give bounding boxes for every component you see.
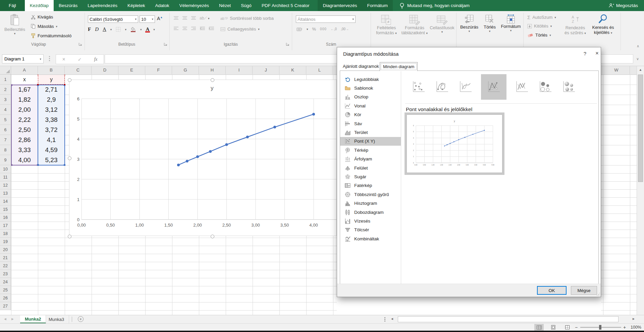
row-header-15[interactable]: 15 <box>0 205 11 214</box>
row-header-24[interactable]: 24 <box>0 278 11 286</box>
column-header-g[interactable]: G <box>172 66 199 74</box>
chart-category-s-v[interactable]: Sáv <box>340 119 401 128</box>
chart-category-fel-let[interactable]: Felület <box>340 163 401 172</box>
row-header-18[interactable]: 18 <box>0 230 11 238</box>
chart-category-k-r[interactable]: Kör <box>340 110 401 119</box>
subtype-scatter-smooth-markers[interactable] <box>434 79 450 95</box>
row-header-9[interactable]: 9 <box>0 155 11 165</box>
bold-button[interactable]: F <box>88 27 91 32</box>
grid-right-bottom[interactable] <box>601 165 637 315</box>
cell-b6[interactable]: 3,72 <box>38 125 65 135</box>
underline-dropdown-icon[interactable]: ▾ <box>110 28 112 31</box>
alignment-dialog-launcher[interactable] <box>286 42 290 46</box>
cell-b9[interactable]: 5,23 <box>38 155 65 165</box>
chart-handle-bottom-left[interactable] <box>68 235 71 238</box>
find-select-button[interactable]: Keresés és kijelölés ▾ <box>588 14 618 35</box>
column-header-l[interactable]: L <box>306 66 333 74</box>
column-header-a[interactable]: A <box>11 66 38 74</box>
chart-category-ter-let[interactable]: Terület <box>340 128 401 137</box>
align-right-icon[interactable] <box>191 27 196 31</box>
zoom-slider-thumb[interactable] <box>599 325 601 330</box>
page-layout-view-button[interactable] <box>548 324 558 331</box>
column-header-j[interactable]: J <box>253 66 279 74</box>
column-header-c[interactable]: C <box>65 66 92 74</box>
font-size-combo[interactable]: 10▾ <box>140 15 155 23</box>
chart-category-vonal[interactable]: Vonal <box>340 101 401 110</box>
row-header-11[interactable]: 11 <box>0 173 11 181</box>
column-header-w[interactable]: W <box>603 66 630 74</box>
row-header-16[interactable]: 16 <box>0 214 11 222</box>
name-box[interactable]: Diagram 1 ▾ <box>2 54 44 63</box>
row-header-6[interactable]: 6 <box>0 125 11 135</box>
ribbon-tab-diagramtervez-s[interactable]: Diagramtervezés <box>318 0 362 11</box>
cell-a8[interactable]: 3,33 <box>11 145 38 155</box>
chart-category-t-bbszint-gy-r[interactable]: Többszintű gyűrű <box>340 190 401 199</box>
autosum-button[interactable]: Σ AutoSzum ▾ <box>527 14 556 20</box>
font-color-dropdown-icon[interactable]: ▾ <box>153 28 155 31</box>
cell-b5[interactable]: 3,38 <box>38 115 65 125</box>
cell-a1[interactable]: x <box>11 75 38 85</box>
wrap-text-button[interactable]: ab Sortöréssel több sorba <box>220 16 274 21</box>
align-middle-icon[interactable] <box>182 16 187 20</box>
cell-a9[interactable]: 4,00 <box>11 155 38 165</box>
zoom-in-button[interactable]: + <box>623 325 626 330</box>
chart-category-t-lcs-r[interactable]: Tölcsér <box>340 226 401 234</box>
row-header-13[interactable]: 13 <box>0 189 11 197</box>
cell-b7[interactable]: 4,1 <box>38 135 65 145</box>
zoom-percent[interactable]: 100% <box>631 325 641 330</box>
ok-button[interactable]: OK <box>537 286 567 295</box>
row-header-21[interactable]: 21 <box>0 254 11 262</box>
number-format-combo[interactable]: Általános▾ <box>296 15 356 23</box>
delete-cells-button[interactable]: Törlés ▾ <box>480 14 499 33</box>
conditional-formatting-button[interactable]: ≠ Feltételes formázás ▾ <box>373 14 400 35</box>
font-name-combo[interactable]: Calibri (Szövegtö▾ <box>88 15 138 23</box>
share-button[interactable]: Megosztás <box>608 0 638 11</box>
font-color-icon[interactable]: A <box>146 27 149 32</box>
insert-cells-button[interactable]: Beszúrás ▾ <box>459 14 480 33</box>
row-header-20[interactable]: 20 <box>0 246 11 254</box>
orientation-icon[interactable]: ab⟋ ▾ <box>200 16 210 20</box>
file-tab[interactable]: Fájl <box>0 0 25 11</box>
copy-button[interactable]: Másolás ▾ <box>31 24 57 29</box>
subtype-scatter-lines[interactable] <box>514 79 530 95</box>
page-break-view-button[interactable] <box>562 324 572 331</box>
chart-preview[interactable]: 01234560,000,501,001,502,002,503,003,504… <box>407 114 502 173</box>
chart-handle-bottom-center[interactable] <box>211 235 214 238</box>
format-painter-button[interactable]: Formátummásoló <box>31 33 71 38</box>
column-header-i[interactable]: I <box>226 66 253 74</box>
italic-button[interactable]: D <box>95 27 99 32</box>
subtype-scatter-lines-markers[interactable] <box>481 74 506 100</box>
align-center-icon[interactable] <box>182 27 187 31</box>
cell-a6[interactable]: 2,50 <box>11 125 38 135</box>
chart-category-fat-rk-p[interactable]: Fatérkép <box>340 181 401 190</box>
paste-button[interactable]: Beillesztés ▾ <box>3 14 26 35</box>
cancel-button[interactable]: Mégse <box>571 286 597 295</box>
grow-font-button[interactable]: A▲ <box>157 16 163 21</box>
chart-category-sug-r[interactable]: Sugár <box>340 172 401 181</box>
align-left-icon[interactable] <box>173 27 179 31</box>
column-header-d[interactable]: D <box>92 66 118 74</box>
row-header-8[interactable]: 8 <box>0 145 11 155</box>
sort-filter-button[interactable]: AZ Rendezés és szűrés ▾ <box>563 14 588 35</box>
accounting-format-icon[interactable] <box>297 27 303 32</box>
zoom-out-button[interactable]: − <box>575 325 578 330</box>
select-all-corner[interactable] <box>0 66 11 75</box>
row-header-2[interactable]: 2 <box>0 85 11 95</box>
chart-category-t-rk-p[interactable]: Térkép <box>340 146 401 154</box>
ribbon-tab-kezd-lap[interactable]: Kezdőlap <box>25 0 54 11</box>
cell-a7[interactable]: 2,86 <box>11 135 38 145</box>
merge-cells-button[interactable]: Cellaegyesítés ▾ <box>220 27 260 32</box>
row-header-7[interactable]: 7 <box>0 135 11 145</box>
decrease-indent-icon[interactable] <box>200 27 205 31</box>
chart-category-sablonok[interactable]: Sablonok <box>340 84 401 92</box>
chart-category-rfolyam[interactable]: Árfolyam <box>340 155 401 163</box>
hscroll-left-icon[interactable]: ◄ <box>390 317 394 321</box>
row-header-14[interactable]: 14 <box>0 197 11 205</box>
ribbon-tab-pdf-architect-5-creator[interactable]: PDF Architect 5 Creator <box>257 0 315 11</box>
borders-icon[interactable] <box>116 27 121 32</box>
cell-b1[interactable]: y <box>38 75 65 85</box>
tab-scroll-splitter[interactable] <box>384 317 385 318</box>
row-header-1[interactable]: 1 <box>0 75 11 85</box>
row-header-19[interactable]: 19 <box>0 238 11 246</box>
cell-a4[interactable]: 2,00 <box>11 105 38 115</box>
